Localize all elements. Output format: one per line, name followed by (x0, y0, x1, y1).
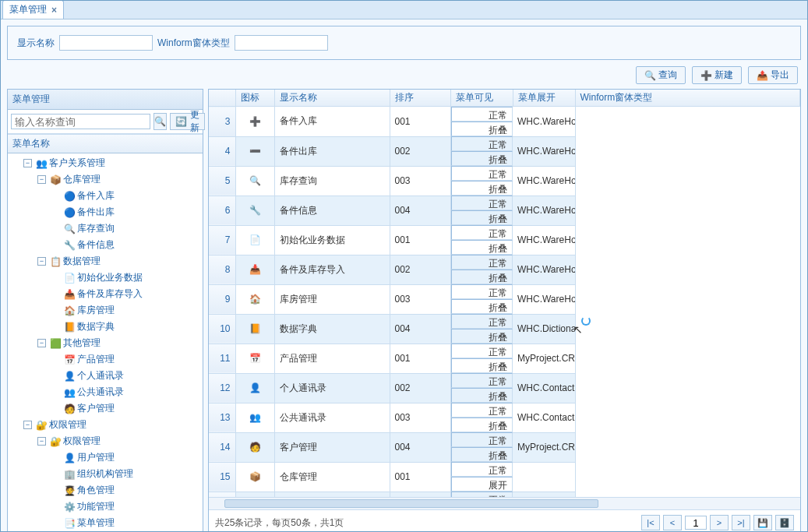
tree-toggle-icon (51, 322, 60, 331)
left-panel: 菜单管理 🔍 🔄 更新 菜单名称 −👥客户关系管理−📦仓库管理🔵备件入库🔵备件出… (7, 89, 203, 532)
row-icon-cell: 📥 (235, 255, 274, 284)
tree-toggle-icon[interactable]: − (37, 339, 46, 347)
grid-header-cell[interactable]: 菜单展开 (513, 90, 575, 107)
row-sort-cell: 002 (390, 373, 450, 403)
table-row[interactable]: 8📥备件及库存导入002正常折叠WHC.WareHouseMis.UI.FrmI… (209, 255, 800, 284)
tree-node[interactable]: 🔧备件信息 (11, 237, 203, 253)
row-visible-cell: 正常 (451, 136, 513, 151)
tree-toggle-icon (51, 355, 60, 364)
new-button[interactable]: ➕ 新建 (692, 66, 742, 84)
table-row[interactable]: 4➖备件出库002正常折叠WHC.WareHouseMis.UI.FrmTake… (209, 136, 800, 166)
tree-node[interactable]: 📅产品管理 (11, 351, 203, 368)
search-button[interactable]: 🔍 查询 (636, 66, 686, 84)
close-icon[interactable]: × (51, 5, 57, 16)
tree-node[interactable]: 👤个人通讯录 (11, 368, 203, 384)
row-sort-cell: 001 (390, 462, 450, 491)
tree-toggle-icon[interactable]: − (37, 257, 46, 266)
row-number-cell: 6 (209, 196, 235, 225)
row-sort-cell: 004 (390, 196, 450, 225)
tree-node[interactable]: −📦仓库管理 (11, 171, 203, 188)
pager-prev-button[interactable]: < (663, 515, 682, 530)
tree-refresh-button[interactable]: 🔄 更新 (170, 113, 205, 130)
tree-node[interactable]: 🏠库房管理 (11, 302, 203, 319)
grid-header-cell[interactable] (209, 90, 235, 107)
tree-node[interactable]: 🏢组织机构管理 (11, 466, 203, 482)
tree-node[interactable]: 🧑‍🎓角色管理 (11, 482, 203, 499)
tree-node[interactable]: −🟩其他管理 (11, 335, 203, 351)
tree-node-label: 备件入库 (77, 189, 115, 203)
pager-export-button[interactable]: 💾 (753, 515, 772, 530)
tree-node[interactable]: −🔐权限管理 (11, 433, 203, 449)
tree-node[interactable]: 📙数据字典 (11, 319, 203, 335)
tree-node[interactable]: 🔍库存查询 (11, 220, 203, 237)
pager-page-input[interactable] (685, 516, 707, 530)
table-row[interactable]: 11📅产品管理001正常折叠MyProject.CRM.UI.FrmProduc… (209, 344, 800, 373)
tree-node[interactable]: −👥客户关系管理 (11, 155, 203, 171)
tree-toggle-icon (51, 453, 60, 462)
horizontal-scrollbar[interactable] (209, 497, 800, 509)
tree-node[interactable]: 📑菜单管理 (11, 515, 203, 531)
row-name-cell: 初始化业务数据 (274, 225, 390, 255)
row-expand-cell: 折叠 (451, 447, 513, 462)
tree-toggle-icon (51, 404, 60, 413)
tree-node-label: 库存查询 (77, 222, 115, 235)
pager-first-button[interactable]: |< (641, 515, 660, 530)
tree-node[interactable]: 👤用户管理 (11, 449, 203, 466)
table-row[interactable]: 3➕备件入库001正常折叠WHC.WareHouseMis.UI.FrmPurc… (209, 107, 800, 137)
tree-search-button[interactable]: 🔍 (153, 113, 167, 130)
row-sort-cell: 004 (390, 432, 450, 462)
tree-node[interactable]: −🔐权限管理 (11, 417, 203, 433)
tree-toggle-icon[interactable]: − (37, 175, 46, 184)
tree-node[interactable]: 🔵备件出库 (11, 204, 203, 220)
row-visible-cell: 正常 (451, 107, 513, 122)
tree-node[interactable]: 📄初始化业务数据 (11, 270, 203, 286)
table-row[interactable]: 12👤个人通讯录002正常折叠WHC.ContactBook.UI.FrmAdd… (209, 373, 800, 403)
filter-winform-input[interactable] (235, 35, 328, 51)
table-row[interactable]: 10📙数据字典004正常折叠WHC.Dictionary.UI.FrmDicti… (209, 314, 800, 344)
tree-toggle-icon[interactable]: − (23, 421, 32, 429)
tree-node[interactable]: −📋数据管理 (11, 253, 203, 270)
table-row[interactable]: 5🔍库存查询003正常折叠WHC.WareHouseMis.UI.FrmStoc… (209, 166, 800, 196)
row-winform-cell: WHC.WareHouseMis.UI.FrmItemDetail,WH (513, 196, 575, 225)
grid-header-cell[interactable]: 显示名称 (274, 90, 390, 107)
grid-header-cell[interactable]: Winform窗体类型 (575, 90, 800, 107)
table-row[interactable]: 9🏠库房管理003正常折叠WHC.WareHouseMis.UI.FrmWare… (209, 284, 800, 314)
row-sort-cell: 002 (390, 491, 450, 497)
row-winform-cell: WHC.WareHouseMis.UI.FrmTakeOut,WHC.W (513, 136, 575, 166)
table-row[interactable]: 7📄初始化业务数据001正常折叠WHC.WareHouseMis.UI.FrmC… (209, 225, 800, 255)
table-row[interactable]: 16📋数据管理002正常折叠 (209, 491, 800, 497)
pager-last-button[interactable]: >| (732, 515, 750, 530)
tree-search-input[interactable] (11, 114, 150, 129)
grid-header-cell[interactable]: 菜单可见 (450, 90, 513, 107)
row-expand-cell: 折叠 (451, 240, 513, 255)
tree: −👥客户关系管理−📦仓库管理🔵备件入库🔵备件出库🔍库存查询🔧备件信息−📋数据管理… (8, 153, 203, 532)
tree-node-label: 客户关系管理 (49, 157, 105, 170)
row-winform-cell: WHC.Dictionary.UI.FrmDictionary,WHC.Dict (513, 314, 575, 344)
tree-node[interactable]: 🧑客户管理 (11, 400, 203, 417)
filter-name-input[interactable] (59, 35, 153, 51)
tree-node[interactable]: 👥公共通讯录 (11, 384, 203, 400)
tree-toggle-icon[interactable]: − (23, 159, 32, 167)
tree-toggle-icon[interactable]: − (37, 437, 46, 446)
row-winform-cell (513, 462, 575, 491)
tree-node[interactable]: 🔵备件入库 (11, 188, 203, 204)
tree-node-icon: 🔧 (63, 240, 76, 251)
grid-header-cell[interactable]: 图标 (235, 90, 274, 107)
tree-node-icon: 🔐 (35, 420, 48, 431)
grid-header-cell[interactable]: 排序 (390, 90, 450, 107)
pager-export-all-button[interactable]: 🗄️ (775, 515, 794, 530)
table-row[interactable]: 13👥公共通讯录003正常折叠WHC.ContactBook.UI.FrmAdd… (209, 403, 800, 432)
tree-node-label: 产品管理 (77, 353, 115, 366)
table-row[interactable]: 14🧑客户管理004正常折叠MyProject.CRM.UI.FrmCustom… (209, 432, 800, 462)
table-row[interactable]: 6🔧备件信息004正常折叠WHC.WareHouseMis.UI.FrmItem… (209, 196, 800, 225)
scrollbar-thumb[interactable] (224, 499, 598, 508)
save-all-icon: 🗄️ (779, 518, 790, 528)
tree-node[interactable]: 📥备件及库存导入 (11, 286, 203, 302)
tab-menu-manage[interactable]: 菜单管理 × (2, 0, 64, 19)
tree-node[interactable]: ⚙️功能管理 (11, 499, 203, 515)
grid-viewport[interactable]: 图标显示名称排序菜单可见菜单展开Winform窗体类型 3➕备件入库001正常折… (209, 90, 800, 497)
table-row[interactable]: 15📦仓库管理001正常展开 (209, 462, 800, 491)
tree-node-label: 数据字典 (77, 320, 115, 333)
pager-next-button[interactable]: > (710, 515, 729, 530)
export-button[interactable]: 📤 导出 (748, 66, 798, 84)
